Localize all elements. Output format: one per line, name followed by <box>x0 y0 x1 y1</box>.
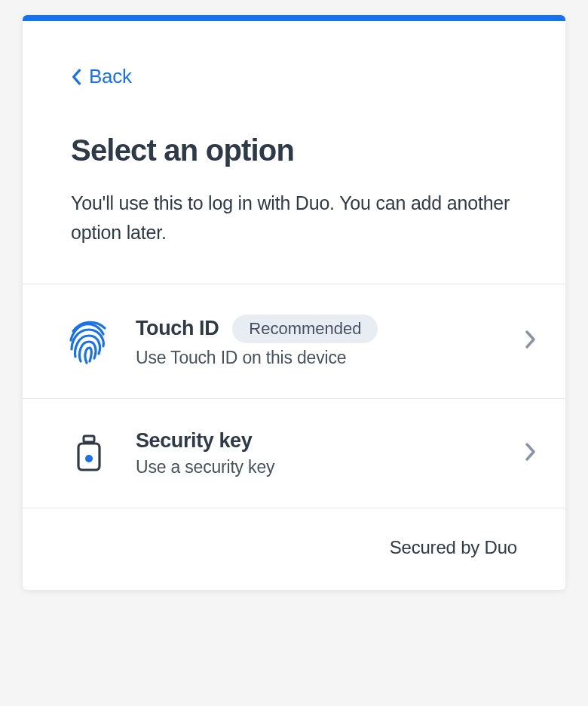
option-title: Security key <box>136 429 252 453</box>
page-title: Select an option <box>71 134 517 167</box>
recommended-badge: Recommended <box>232 315 378 343</box>
svg-rect-0 <box>84 436 94 442</box>
security-key-icon <box>65 429 113 477</box>
option-subtitle: Use a security key <box>136 457 502 477</box>
option-touch-id[interactable]: Touch ID Recommended Use Touch ID on thi… <box>23 284 565 398</box>
back-button[interactable]: Back <box>71 65 132 88</box>
option-title: Touch ID <box>136 317 219 340</box>
auth-option-card: Back Select an option You'll use this to… <box>23 15 565 590</box>
svg-point-2 <box>85 455 93 462</box>
option-content: Security key Use a security key <box>136 429 502 477</box>
option-title-row: Security key <box>136 429 502 453</box>
footer: Secured by Duo <box>23 508 565 590</box>
option-content: Touch ID Recommended Use Touch ID on thi… <box>136 315 502 368</box>
accent-bar <box>23 15 565 21</box>
option-security-key[interactable]: Security key Use a security key <box>23 398 565 508</box>
chevron-right-icon <box>525 442 537 465</box>
fingerprint-icon <box>65 317 113 365</box>
footer-text: Secured by Duo <box>390 537 517 557</box>
chevron-left-icon <box>71 69 81 85</box>
page-description: You'll use this to log in with Duo. You … <box>71 189 517 247</box>
header-section: Back Select an option You'll use this to… <box>23 21 565 284</box>
option-title-row: Touch ID Recommended <box>136 315 502 343</box>
back-label: Back <box>89 65 132 88</box>
chevron-right-icon <box>525 330 537 352</box>
option-subtitle: Use Touch ID on this device <box>136 348 502 368</box>
